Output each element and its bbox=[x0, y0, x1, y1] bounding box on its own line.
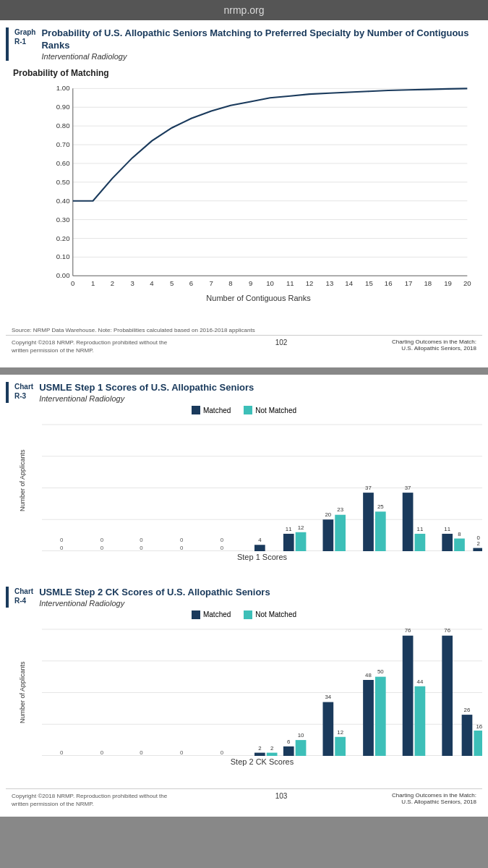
svg-text:10: 10 bbox=[298, 732, 304, 739]
chart-r3-wrapper: Number of Applicants 80 60 40 20 0 bbox=[6, 417, 482, 569]
svg-rect-75 bbox=[363, 493, 374, 551]
chart-r3-title-block: USMLE Step 1 Scores of U.S. Allopathic S… bbox=[39, 382, 254, 403]
chart-r3-title: USMLE Step 1 Scores of U.S. Allopathic S… bbox=[39, 382, 254, 394]
chart-r4-footer: Copyright ©2018 NRMP. Reproduction prohi… bbox=[6, 788, 482, 811]
svg-text:0: 0 bbox=[221, 749, 223, 756]
footer-left-r4: Copyright ©2018 NRMP. Reproduction prohi… bbox=[12, 792, 171, 808]
legend-matched-box-r3 bbox=[192, 406, 200, 414]
svg-rect-83 bbox=[442, 534, 453, 551]
svg-text:0: 0 bbox=[71, 279, 74, 287]
chart-r4-header: ChartR-4 USMLE Step 2 CK Scores of U.S. … bbox=[6, 587, 482, 608]
svg-text:12: 12 bbox=[306, 279, 314, 287]
svg-text:6: 6 bbox=[189, 279, 193, 287]
svg-text:0: 0 bbox=[180, 545, 183, 551]
svg-text:26: 26 bbox=[464, 707, 471, 713]
svg-text:76: 76 bbox=[444, 627, 450, 634]
legend-matched-label-r4: Matched bbox=[203, 610, 231, 618]
svg-rect-81 bbox=[415, 534, 426, 551]
svg-text:48: 48 bbox=[365, 672, 372, 678]
svg-text:25: 25 bbox=[377, 503, 384, 510]
graph-r1-header: GraphR-1 Probability of U.S. Allopathic … bbox=[6, 27, 482, 61]
svg-rect-125 bbox=[254, 753, 265, 756]
svg-text:18: 18 bbox=[424, 279, 432, 287]
svg-text:3: 3 bbox=[130, 279, 134, 287]
svg-rect-73 bbox=[335, 515, 346, 551]
svg-text:12: 12 bbox=[337, 729, 343, 736]
svg-text:4: 4 bbox=[258, 537, 262, 543]
svg-rect-129 bbox=[283, 746, 294, 756]
legend-not-matched-box-r4 bbox=[244, 610, 252, 619]
svg-text:10: 10 bbox=[266, 279, 274, 287]
svg-text:0: 0 bbox=[140, 749, 142, 756]
chart-r4-section: ChartR-4 USMLE Step 2 CK Scores of U.S. … bbox=[0, 579, 488, 817]
svg-rect-85 bbox=[454, 539, 465, 552]
svg-text:20: 20 bbox=[325, 511, 331, 518]
svg-text:0.70: 0.70 bbox=[56, 140, 70, 148]
svg-text:20: 20 bbox=[463, 279, 471, 287]
svg-rect-71 bbox=[323, 519, 334, 551]
svg-text:37: 37 bbox=[405, 485, 411, 491]
svg-text:0.50: 0.50 bbox=[56, 178, 70, 186]
line-chart-title: Probability of Matching bbox=[13, 68, 475, 78]
svg-text:14: 14 bbox=[345, 279, 353, 287]
svg-text:11: 11 bbox=[417, 526, 424, 532]
svg-text:11: 11 bbox=[444, 526, 450, 532]
line-chart-svg: 1.00 0.90 0.80 0.70 0.60 0.50 0.40 0.30 … bbox=[42, 81, 475, 291]
svg-text:0.90: 0.90 bbox=[56, 103, 70, 111]
svg-rect-87 bbox=[473, 548, 482, 551]
chart-r4-title-block: USMLE Step 2 CK Scores of U.S. Allopathi… bbox=[39, 587, 270, 608]
svg-text:0: 0 bbox=[221, 545, 223, 551]
chart-r3-tag: ChartR-3 bbox=[14, 382, 33, 401]
svg-text:12: 12 bbox=[298, 524, 304, 531]
svg-rect-77 bbox=[375, 511, 386, 551]
svg-rect-143 bbox=[415, 686, 426, 756]
legend-matched-box-r4 bbox=[192, 610, 200, 619]
line-chart-x-label: Number of Contiguous Ranks bbox=[42, 294, 475, 302]
svg-text:1.00: 1.00 bbox=[56, 84, 70, 92]
chart-r3-subtitle: Interventional Radiology bbox=[39, 394, 254, 403]
chart-r3-svg: 80 60 40 20 0 0 0 0 0 0 0 0 0 bbox=[42, 417, 482, 551]
svg-text:0: 0 bbox=[100, 545, 103, 551]
line-chart-container: Probability of Matching bbox=[6, 65, 482, 326]
site-url: nrmp.org bbox=[223, 4, 264, 16]
svg-text:0.10: 0.10 bbox=[56, 252, 70, 260]
svg-rect-131 bbox=[296, 740, 307, 756]
legend-not-matched-r4: Not Matched bbox=[244, 610, 296, 619]
svg-text:0: 0 bbox=[60, 545, 63, 551]
svg-text:6: 6 bbox=[287, 739, 290, 745]
svg-text:0: 0 bbox=[180, 749, 183, 756]
legend-not-matched-r3: Not Matched bbox=[244, 406, 296, 414]
chart-r4-wrapper: Number of Applicants 80 60 40 20 0 0 0 0… bbox=[6, 622, 482, 788]
footer-right-r4: Charting Outcomes in the Match:U.S. Allo… bbox=[392, 792, 476, 805]
svg-text:0.30: 0.30 bbox=[56, 216, 70, 224]
chart-r4-tag: ChartR-4 bbox=[14, 587, 33, 605]
svg-text:0: 0 bbox=[180, 537, 183, 543]
svg-text:0.20: 0.20 bbox=[56, 234, 70, 242]
svg-text:2: 2 bbox=[477, 540, 480, 547]
chart-r4-legend: Matched Not Matched bbox=[6, 610, 482, 619]
svg-rect-145 bbox=[442, 636, 453, 756]
separator-1 bbox=[0, 367, 488, 375]
svg-text:11: 11 bbox=[286, 279, 294, 287]
svg-text:1: 1 bbox=[91, 279, 95, 287]
svg-text:5: 5 bbox=[170, 279, 174, 287]
svg-rect-147 bbox=[462, 715, 473, 756]
chart-r3-header: ChartR-3 USMLE Step 1 Scores of U.S. All… bbox=[6, 382, 482, 403]
graph-r1-section: GraphR-1 Probability of U.S. Allopathic … bbox=[0, 20, 488, 363]
svg-rect-141 bbox=[403, 636, 414, 756]
footer-right-r1: Charting Outcomes in the Match:U.S. Allo… bbox=[392, 339, 476, 352]
svg-text:2: 2 bbox=[111, 279, 114, 287]
svg-text:37: 37 bbox=[365, 485, 372, 491]
svg-text:8: 8 bbox=[458, 531, 461, 537]
svg-text:8: 8 bbox=[228, 279, 232, 287]
legend-matched-r3: Matched bbox=[192, 406, 231, 414]
svg-rect-79 bbox=[403, 493, 414, 551]
chart-r3-legend: Matched Not Matched bbox=[6, 406, 482, 414]
svg-text:13: 13 bbox=[326, 279, 334, 287]
svg-text:2: 2 bbox=[258, 745, 261, 752]
legend-not-matched-label-r4: Not Matched bbox=[255, 610, 296, 618]
chart-r4-svg: 80 60 40 20 0 0 0 0 0 0 2 2 6 bbox=[42, 622, 482, 756]
chart-r4-subtitle: Interventional Radiology bbox=[39, 599, 270, 608]
svg-text:16: 16 bbox=[385, 279, 393, 287]
chart-r3-y-label: Number of Applicants bbox=[19, 475, 26, 511]
